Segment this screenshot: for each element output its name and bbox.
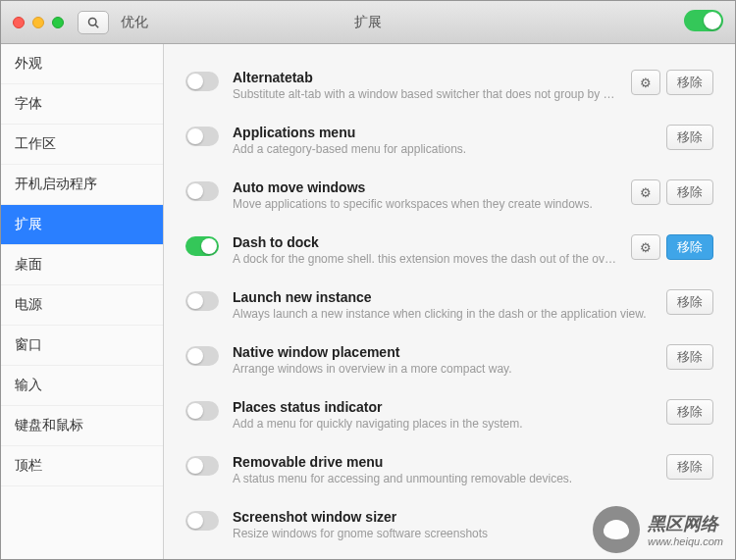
sidebar-item-10[interactable]: 顶栏	[1, 446, 163, 486]
sidebar-item-1[interactable]: 字体	[1, 84, 163, 125]
extension-title: Launch new instance	[233, 289, 653, 305]
extension-remove-button[interactable]: 移除	[666, 344, 713, 370]
sidebar-item-6[interactable]: 电源	[1, 285, 163, 326]
extension-description: Always launch a new instance when clicki…	[233, 307, 653, 321]
extension-settings-button[interactable]: ⚙	[631, 70, 660, 95]
extension-description: Arrange windows in overview in a more co…	[233, 362, 653, 376]
extensions-list: AlternatetabSubstitute alt-tab with a wi…	[164, 44, 735, 559]
extension-title: Places status indicator	[233, 399, 653, 415]
extension-remove-button[interactable]: 移除	[666, 179, 713, 205]
page-title: 扩展	[354, 14, 382, 31]
extension-toggle[interactable]	[185, 511, 219, 531]
extension-description: Move applications to specific workspaces…	[233, 197, 617, 211]
toggle-switch[interactable]	[684, 10, 723, 31]
maximize-button[interactable]	[52, 17, 64, 28]
gear-icon: ⚙	[640, 76, 652, 90]
extension-title: Native window placement	[233, 344, 653, 360]
master-extensions-toggle[interactable]	[684, 10, 723, 35]
sidebar-item-0[interactable]: 外观	[1, 44, 163, 84]
extension-row: Launch new instanceAlways launch a new i…	[164, 278, 735, 332]
app-window: 优化 扩展 外观字体工作区开机启动程序扩展桌面电源窗口输入键盘和鼠标顶栏 Alt…	[0, 0, 736, 560]
extension-settings-button[interactable]: ⚙	[631, 179, 660, 205]
sidebar-item-9[interactable]: 键盘和鼠标	[1, 406, 163, 446]
watermark-title: 黑区网络	[648, 512, 723, 535]
sidebar-item-3[interactable]: 开机启动程序	[1, 165, 163, 205]
extension-settings-button[interactable]: ⚙	[631, 234, 660, 260]
extension-remove-button[interactable]: 移除	[666, 454, 713, 480]
extension-description: A status menu for accessing and unmounti…	[233, 472, 653, 485]
extension-toggle[interactable]	[185, 291, 219, 311]
extension-description: Substitute alt-tab with a window based s…	[233, 87, 617, 101]
extension-toggle[interactable]	[185, 346, 219, 366]
titlebar: 优化 扩展	[1, 1, 735, 44]
extension-toggle[interactable]	[185, 181, 219, 201]
gear-icon: ⚙	[640, 240, 652, 255]
extension-row: Removable drive menuA status menu for ac…	[164, 442, 735, 497]
extension-title: Removable drive menu	[233, 454, 653, 470]
extension-title: Applications menu	[233, 125, 653, 140]
extension-row: Dash to dockA dock for the gnome shell. …	[164, 223, 735, 278]
extension-description: Add a category-based menu for applicatio…	[233, 142, 653, 156]
extension-toggle[interactable]	[185, 236, 219, 256]
extension-toggle[interactable]	[185, 72, 219, 91]
window-controls	[1, 17, 64, 28]
extension-row: Applications menuAdd a category-based me…	[164, 113, 735, 168]
extension-description: Add a menu for quickly navigating places…	[233, 417, 653, 431]
sidebar-item-2[interactable]: 工作区	[1, 125, 163, 165]
close-button[interactable]	[13, 17, 25, 28]
sidebar-item-8[interactable]: 输入	[1, 366, 163, 406]
extension-toggle[interactable]	[185, 456, 219, 476]
sidebar-item-7[interactable]: 窗口	[1, 326, 163, 366]
watermark: 黑区网络 www.heiqu.com	[593, 506, 723, 553]
content: 外观字体工作区开机启动程序扩展桌面电源窗口输入键盘和鼠标顶栏 Alternate…	[1, 44, 735, 559]
sidebar-item-4[interactable]: 扩展	[1, 205, 163, 245]
sidebar-item-5[interactable]: 桌面	[1, 245, 163, 285]
search-icon	[87, 17, 99, 28]
gear-icon: ⚙	[640, 185, 652, 200]
extension-remove-button[interactable]: 移除	[666, 234, 713, 260]
extension-row: AlternatetabSubstitute alt-tab with a wi…	[164, 58, 735, 113]
search-button[interactable]	[78, 11, 109, 34]
extension-title: Alternatetab	[233, 70, 617, 85]
extension-toggle[interactable]	[185, 401, 219, 421]
app-name: 优化	[121, 14, 148, 31]
svg-point-0	[89, 18, 97, 25]
extension-row: Native window placementArrange windows i…	[164, 332, 735, 387]
extension-toggle[interactable]	[185, 127, 219, 146]
extension-row: Places status indicatorAdd a menu for qu…	[164, 387, 735, 442]
extension-remove-button[interactable]: 移除	[666, 70, 713, 95]
sidebar: 外观字体工作区开机启动程序扩展桌面电源窗口输入键盘和鼠标顶栏	[1, 44, 164, 559]
extension-description: A dock for the gnome shell. this extensi…	[233, 252, 617, 266]
svg-line-1	[95, 25, 98, 27]
extension-title: Auto move windows	[233, 179, 617, 195]
extension-title: Dash to dock	[233, 234, 617, 250]
minimize-button[interactable]	[32, 17, 44, 28]
watermark-icon	[593, 506, 640, 553]
extension-remove-button[interactable]: 移除	[666, 399, 713, 425]
extension-remove-button[interactable]: 移除	[666, 125, 713, 150]
watermark-url: www.heiqu.com	[648, 535, 723, 547]
extension-remove-button[interactable]: 移除	[666, 289, 713, 315]
extension-row: Auto move windowsMove applications to sp…	[164, 168, 735, 223]
